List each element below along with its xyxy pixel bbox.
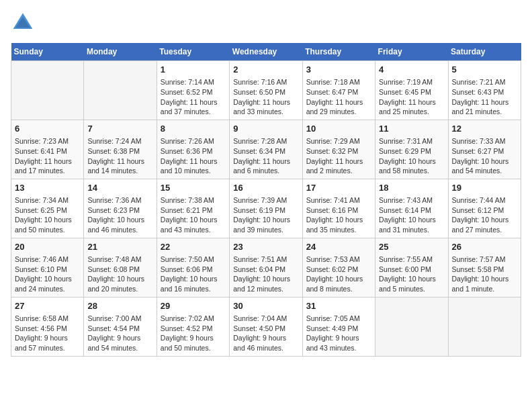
day-cell: 13Sunrise: 7:34 AM Sunset: 6:25 PM Dayli… xyxy=(11,179,84,238)
day-number: 5 xyxy=(452,64,517,76)
day-number: 28 xyxy=(87,300,152,312)
day-cell: 24Sunrise: 7:53 AM Sunset: 6:02 PM Dayli… xyxy=(302,238,375,297)
day-cell: 1Sunrise: 7:14 AM Sunset: 6:52 PM Daylig… xyxy=(157,61,229,120)
day-info: Sunrise: 7:38 AM Sunset: 6:21 PM Dayligh… xyxy=(161,195,226,235)
day-number: 11 xyxy=(379,123,444,135)
day-cell: 11Sunrise: 7:31 AM Sunset: 6:29 PM Dayli… xyxy=(375,120,448,179)
day-cell: 27Sunrise: 6:58 AM Sunset: 4:56 PM Dayli… xyxy=(11,297,84,356)
day-info: Sunrise: 7:05 AM Sunset: 4:49 PM Dayligh… xyxy=(306,314,371,353)
day-info: Sunrise: 7:29 AM Sunset: 6:32 PM Dayligh… xyxy=(306,136,371,176)
day-info: Sunrise: 7:28 AM Sunset: 6:34 PM Dayligh… xyxy=(233,136,298,176)
day-number: 31 xyxy=(306,300,371,312)
day-info: Sunrise: 7:51 AM Sunset: 6:04 PM Dayligh… xyxy=(233,255,298,294)
week-row-3: 13Sunrise: 7:34 AM Sunset: 6:25 PM Dayli… xyxy=(11,179,521,238)
day-info: Sunrise: 7:39 AM Sunset: 6:19 PM Dayligh… xyxy=(233,195,298,235)
day-number: 13 xyxy=(15,182,80,194)
day-cell: 28Sunrise: 7:00 AM Sunset: 4:54 PM Dayli… xyxy=(84,297,157,356)
day-info: Sunrise: 7:16 AM Sunset: 6:50 PM Dayligh… xyxy=(233,77,298,117)
logo-icon xyxy=(11,11,35,35)
day-cell: 2Sunrise: 7:16 AM Sunset: 6:50 PM Daylig… xyxy=(230,61,302,120)
day-number: 26 xyxy=(452,241,517,253)
day-info: Sunrise: 7:19 AM Sunset: 6:45 PM Dayligh… xyxy=(379,77,444,117)
weekday-header-monday: Monday xyxy=(84,43,157,61)
day-number: 20 xyxy=(15,241,80,253)
day-number: 6 xyxy=(15,123,80,135)
weekday-header-wednesday: Wednesday xyxy=(230,43,302,61)
day-cell: 7Sunrise: 7:24 AM Sunset: 6:38 PM Daylig… xyxy=(84,120,157,179)
weekday-header-thursday: Thursday xyxy=(302,43,375,61)
day-info: Sunrise: 7:46 AM Sunset: 6:10 PM Dayligh… xyxy=(15,255,80,294)
week-row-1: 1Sunrise: 7:14 AM Sunset: 6:52 PM Daylig… xyxy=(11,61,521,120)
day-cell: 25Sunrise: 7:55 AM Sunset: 6:00 PM Dayli… xyxy=(375,238,448,297)
day-number: 12 xyxy=(452,123,517,135)
day-cell: 5Sunrise: 7:21 AM Sunset: 6:43 PM Daylig… xyxy=(448,61,521,120)
day-cell xyxy=(448,297,521,356)
day-info: Sunrise: 7:33 AM Sunset: 6:27 PM Dayligh… xyxy=(452,136,517,176)
day-info: Sunrise: 7:50 AM Sunset: 6:06 PM Dayligh… xyxy=(161,255,226,294)
day-cell xyxy=(11,61,84,120)
day-info: Sunrise: 7:43 AM Sunset: 6:14 PM Dayligh… xyxy=(379,195,444,235)
weekday-header-friday: Friday xyxy=(375,43,448,61)
day-number: 14 xyxy=(87,182,152,194)
day-number: 1 xyxy=(161,64,226,76)
day-cell: 14Sunrise: 7:36 AM Sunset: 6:23 PM Dayli… xyxy=(84,179,157,238)
day-cell xyxy=(375,297,448,356)
day-cell: 15Sunrise: 7:38 AM Sunset: 6:21 PM Dayli… xyxy=(157,179,229,238)
week-row-5: 27Sunrise: 6:58 AM Sunset: 4:56 PM Dayli… xyxy=(11,297,521,356)
day-cell: 31Sunrise: 7:05 AM Sunset: 4:49 PM Dayli… xyxy=(302,297,375,356)
day-cell: 29Sunrise: 7:02 AM Sunset: 4:52 PM Dayli… xyxy=(157,297,229,356)
day-number: 16 xyxy=(233,182,298,194)
weekday-header-sunday: Sunday xyxy=(11,43,84,61)
day-info: Sunrise: 7:53 AM Sunset: 6:02 PM Dayligh… xyxy=(306,255,371,294)
day-info: Sunrise: 7:23 AM Sunset: 6:41 PM Dayligh… xyxy=(15,136,80,176)
day-cell: 12Sunrise: 7:33 AM Sunset: 6:27 PM Dayli… xyxy=(448,120,521,179)
day-number: 24 xyxy=(306,241,371,253)
day-info: Sunrise: 7:02 AM Sunset: 4:52 PM Dayligh… xyxy=(161,314,226,353)
day-info: Sunrise: 7:44 AM Sunset: 6:12 PM Dayligh… xyxy=(452,195,517,235)
day-cell: 30Sunrise: 7:04 AM Sunset: 4:50 PM Dayli… xyxy=(230,297,302,356)
day-number: 29 xyxy=(161,300,226,312)
day-info: Sunrise: 7:18 AM Sunset: 6:47 PM Dayligh… xyxy=(306,77,371,117)
day-cell: 20Sunrise: 7:46 AM Sunset: 6:10 PM Dayli… xyxy=(11,238,84,297)
day-cell: 26Sunrise: 7:57 AM Sunset: 5:58 PM Dayli… xyxy=(448,238,521,297)
day-info: Sunrise: 6:58 AM Sunset: 4:56 PM Dayligh… xyxy=(15,314,80,353)
day-cell: 4Sunrise: 7:19 AM Sunset: 6:45 PM Daylig… xyxy=(375,61,448,120)
page-header xyxy=(11,11,521,35)
day-cell: 22Sunrise: 7:50 AM Sunset: 6:06 PM Dayli… xyxy=(157,238,229,297)
day-cell: 17Sunrise: 7:41 AM Sunset: 6:16 PM Dayli… xyxy=(302,179,375,238)
weekday-header-tuesday: Tuesday xyxy=(157,43,229,61)
day-number: 30 xyxy=(233,300,298,312)
day-number: 19 xyxy=(452,182,517,194)
day-number: 4 xyxy=(379,64,444,76)
day-info: Sunrise: 7:26 AM Sunset: 6:36 PM Dayligh… xyxy=(161,136,226,176)
day-number: 18 xyxy=(379,182,444,194)
day-info: Sunrise: 7:57 AM Sunset: 5:58 PM Dayligh… xyxy=(452,255,517,294)
day-cell: 16Sunrise: 7:39 AM Sunset: 6:19 PM Dayli… xyxy=(230,179,302,238)
day-info: Sunrise: 7:55 AM Sunset: 6:00 PM Dayligh… xyxy=(379,255,444,294)
day-number: 9 xyxy=(233,123,298,135)
day-number: 23 xyxy=(233,241,298,253)
day-cell: 9Sunrise: 7:28 AM Sunset: 6:34 PM Daylig… xyxy=(230,120,302,179)
calendar-table: SundayMondayTuesdayWednesdayThursdayFrid… xyxy=(11,43,521,357)
day-number: 7 xyxy=(87,123,152,135)
day-cell: 19Sunrise: 7:44 AM Sunset: 6:12 PM Dayli… xyxy=(448,179,521,238)
day-cell xyxy=(84,61,157,120)
day-info: Sunrise: 7:48 AM Sunset: 6:08 PM Dayligh… xyxy=(87,255,152,294)
day-cell: 8Sunrise: 7:26 AM Sunset: 6:36 PM Daylig… xyxy=(157,120,229,179)
day-number: 21 xyxy=(87,241,152,253)
day-number: 22 xyxy=(161,241,226,253)
day-number: 10 xyxy=(306,123,371,135)
day-cell: 21Sunrise: 7:48 AM Sunset: 6:08 PM Dayli… xyxy=(84,238,157,297)
day-info: Sunrise: 7:14 AM Sunset: 6:52 PM Dayligh… xyxy=(161,77,226,117)
day-info: Sunrise: 7:24 AM Sunset: 6:38 PM Dayligh… xyxy=(87,136,152,176)
day-info: Sunrise: 7:34 AM Sunset: 6:25 PM Dayligh… xyxy=(15,195,80,235)
day-number: 8 xyxy=(161,123,226,135)
day-number: 15 xyxy=(161,182,226,194)
day-cell: 23Sunrise: 7:51 AM Sunset: 6:04 PM Dayli… xyxy=(230,238,302,297)
weekday-header-saturday: Saturday xyxy=(448,43,521,61)
day-cell: 10Sunrise: 7:29 AM Sunset: 6:32 PM Dayli… xyxy=(302,120,375,179)
week-row-4: 20Sunrise: 7:46 AM Sunset: 6:10 PM Dayli… xyxy=(11,238,521,297)
day-info: Sunrise: 7:41 AM Sunset: 6:16 PM Dayligh… xyxy=(306,195,371,235)
day-info: Sunrise: 7:04 AM Sunset: 4:50 PM Dayligh… xyxy=(233,314,298,353)
weekday-header-row: SundayMondayTuesdayWednesdayThursdayFrid… xyxy=(11,43,521,61)
